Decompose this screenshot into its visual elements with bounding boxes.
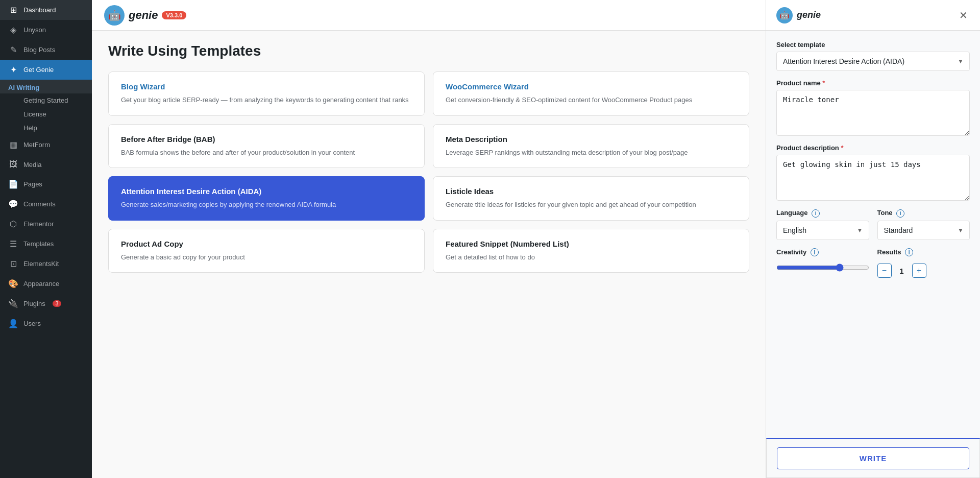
version-badge: V3.3.0 (162, 11, 186, 19)
unyson-icon: ◈ (8, 25, 18, 35)
language-info-icon[interactable]: i (812, 209, 820, 218)
select-template-group: Select template Attention Interest Desir… (776, 41, 970, 71)
dashboard-icon: ⊞ (8, 5, 18, 15)
close-panel-button[interactable]: ✕ (957, 8, 970, 22)
template-card-meta-description[interactable]: Meta Description Leverage SERP rankings … (433, 124, 749, 169)
sidebar-item-metform[interactable]: ▦ MetForm (0, 135, 92, 155)
sidebar-item-license[interactable]: License (0, 107, 92, 121)
template-card-title: Listicle Ideas (446, 187, 737, 196)
language-select-wrapper: English Spanish French German ▼ (776, 221, 869, 240)
main-area: 🤖 genie V3.3.0 Write Using Templates Blo… (92, 0, 766, 478)
sidebar-item-dashboard[interactable]: ⊞ Dashboard (0, 0, 92, 20)
template-card-bab[interactable]: Before After Bridge (BAB) BAB formula sh… (108, 124, 425, 169)
template-card-featured-snippet[interactable]: Featured Snippet (Numbered List) Get a d… (433, 229, 749, 273)
tone-select[interactable]: Standard Formal Casual Humorous (877, 221, 970, 240)
template-card-aida[interactable]: Attention Interest Desire Action (AIDA) … (108, 176, 425, 221)
template-card-desc: BAB formula shows the before and after o… (121, 148, 412, 158)
creativity-slider[interactable] (776, 264, 869, 272)
tone-group: Tone i Standard Formal Casual Humorous ▼ (877, 209, 970, 240)
tone-select-wrapper: Standard Formal Casual Humorous ▼ (877, 221, 970, 240)
creativity-info-icon[interactable]: i (811, 248, 819, 256)
pages-icon: 📄 (8, 179, 18, 189)
tone-label: Tone i (877, 209, 970, 218)
sidebar-item-users[interactable]: 👤 Users (0, 314, 92, 333)
language-tone-row: Language i English Spanish French German… (776, 209, 970, 240)
plugins-badge: 3 (53, 300, 62, 307)
license-label: License (23, 110, 46, 118)
results-info-icon[interactable]: i (905, 248, 913, 256)
template-card-title: Attention Interest Desire Action (AIDA) (121, 187, 412, 196)
sidebar-section-ai-writing: AI Writing (0, 80, 92, 93)
edit-icon: ✎ (8, 45, 18, 55)
language-group: Language i English Spanish French German… (776, 209, 869, 240)
sidebar-item-elementskit[interactable]: ⊡ ElementsKit (0, 254, 92, 274)
write-button-container: WRITE (766, 438, 980, 478)
template-card-title: Meta Description (446, 135, 737, 144)
sidebar-item-label: Appearance (23, 280, 59, 288)
select-template-wrapper: Attention Interest Desire Action (AIDA) … (776, 52, 970, 71)
sidebar-item-label: Blog Posts (23, 46, 55, 54)
results-value: 1 (896, 267, 908, 275)
sidebar-item-blog-posts[interactable]: ✎ Blog Posts (0, 40, 92, 60)
template-card-title: Before After Bridge (BAB) (121, 135, 412, 144)
sidebar-item-help[interactable]: Help (0, 121, 92, 135)
creativity-label: Creativity i (776, 248, 869, 257)
genie-logo-icon: 🤖 (104, 5, 125, 26)
sidebar-item-get-genie[interactable]: ✦ Get Genie (0, 60, 92, 80)
template-card-blog-wizard[interactable]: Blog Wizard Get your blog article SERP-r… (108, 71, 425, 116)
sidebar-item-elementor[interactable]: ⬡ Elementor (0, 214, 92, 234)
sidebar-item-label: Dashboard (23, 6, 56, 14)
sidebar-item-media[interactable]: 🖼 Media (0, 155, 92, 174)
select-template-input[interactable]: Attention Interest Desire Action (AIDA) … (776, 52, 970, 71)
write-button[interactable]: WRITE (777, 447, 969, 469)
sidebar-item-unyson[interactable]: ◈ Unyson (0, 20, 92, 40)
sidebar-item-label: Get Genie (23, 66, 54, 74)
getting-started-label: Getting Started (23, 97, 68, 104)
product-name-label: Product name * (776, 79, 970, 87)
sidebar-item-label: Unyson (23, 26, 46, 34)
language-select[interactable]: English Spanish French German (776, 221, 869, 240)
sidebar-item-comments[interactable]: 💬 Comments (0, 194, 92, 214)
templates-icon: ☰ (8, 239, 18, 249)
sidebar-item-appearance[interactable]: 🎨 Appearance (0, 274, 92, 294)
sidebar-item-pages[interactable]: 📄 Pages (0, 174, 92, 194)
sidebar-item-label: Elementor (23, 220, 54, 228)
template-card-title: WooCommerce Wizard (446, 82, 737, 91)
sidebar-item-getting-started[interactable]: Getting Started (0, 93, 92, 107)
tone-info-icon[interactable]: i (896, 209, 904, 218)
comments-icon: 💬 (8, 199, 18, 209)
product-name-input[interactable]: Miracle toner (776, 90, 970, 136)
page-title: Write Using Templates (108, 43, 749, 59)
sidebar-item-templates[interactable]: ☰ Templates (0, 234, 92, 254)
results-counter: − 1 + (877, 264, 970, 278)
template-card-woocommerce-wizard[interactable]: WooCommerce Wizard Get conversion-friend… (433, 71, 749, 116)
panel-body: Select template Attention Interest Desir… (766, 31, 980, 288)
template-card-listicle-ideas[interactable]: Listicle Ideas Generate title ideas for … (433, 176, 749, 221)
template-card-product-ad-copy[interactable]: Product Ad Copy Generate a basic ad copy… (108, 229, 425, 273)
results-decrement-button[interactable]: − (877, 264, 892, 278)
metform-icon: ▦ (8, 140, 18, 150)
sidebar-item-label: ElementsKit (23, 260, 59, 268)
sidebar: ⊞ Dashboard ◈ Unyson ✎ Blog Posts ✦ Get … (0, 0, 92, 478)
panel-header: 🤖 genie ✕ (766, 0, 980, 31)
template-card-desc: Generate sales/marketing copies by apply… (121, 200, 412, 210)
ai-writing-label: AI Writing (8, 84, 39, 91)
language-label: Language i (776, 209, 869, 218)
template-card-desc: Generate a basic ad copy for your produc… (121, 252, 412, 262)
template-card-desc: Leverage SERP rankings with outstanding … (446, 148, 737, 158)
media-icon: 🖼 (8, 160, 18, 169)
elementor-icon: ⬡ (8, 219, 18, 229)
help-label: Help (23, 124, 37, 132)
sidebar-item-plugins[interactable]: 🔌 Plugins 3 (0, 294, 92, 314)
sidebar-item-label: Comments (23, 200, 56, 208)
sidebar-item-label: Media (23, 161, 41, 169)
product-description-group: Product description * Get glowing skin i… (776, 144, 970, 201)
panel-genie-icon: 🤖 (776, 7, 793, 23)
template-card-desc: Generate title ideas for listicles for y… (446, 200, 737, 210)
genie-icon: ✦ (8, 65, 18, 75)
results-increment-button[interactable]: + (912, 264, 926, 278)
creativity-slider-container (776, 264, 869, 274)
sidebar-item-label: Plugins (23, 300, 45, 307)
product-description-input[interactable]: Get glowing skin in just 15 days (776, 155, 970, 201)
results-label: Results i (877, 248, 970, 257)
